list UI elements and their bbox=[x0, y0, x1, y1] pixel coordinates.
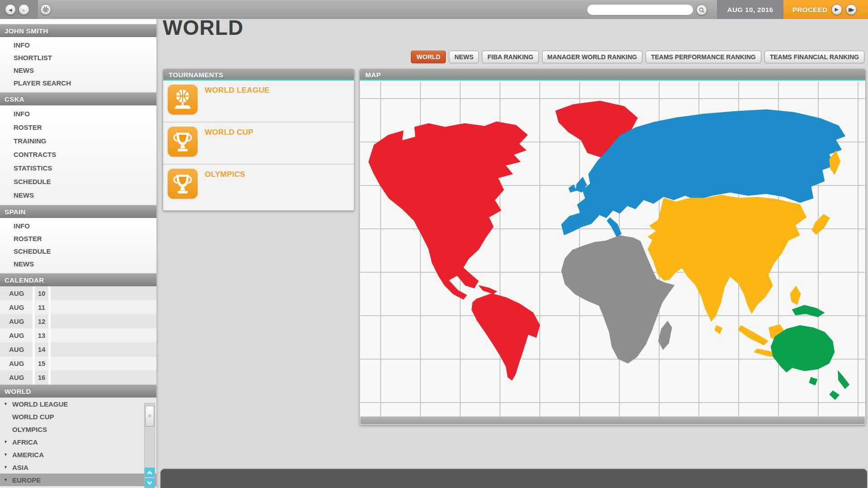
calendar-month: AUG bbox=[0, 370, 33, 384]
tree-item-label: OLYMPICS bbox=[12, 426, 47, 433]
search-input[interactable] bbox=[587, 4, 693, 15]
map-panel-header: MAP bbox=[360, 69, 865, 81]
proceed-button[interactable]: PROCEED ▶ ▶▶ bbox=[783, 0, 868, 19]
triangle-down-icon: ▼ bbox=[4, 465, 10, 469]
sidebar-item-cska-news[interactable]: NEWS bbox=[0, 189, 156, 202]
tree-item-europe[interactable]: ▼EUROPE bbox=[0, 474, 156, 486]
calendar-event-cell[interactable] bbox=[51, 314, 156, 328]
tree-item-world-league[interactable]: ▼WORLD LEAGUE bbox=[0, 398, 156, 410]
triangle-down-icon: ▼ bbox=[4, 440, 10, 444]
sidebar-item-cska-training[interactable]: TRAINING bbox=[0, 134, 156, 148]
region-oceania[interactable] bbox=[771, 305, 849, 400]
play-step-button[interactable]: ▶ bbox=[831, 4, 842, 15]
settings-button[interactable] bbox=[40, 4, 51, 15]
sidebar-section-list: INFOSHORTLISTNEWSPLAYER SEARCH bbox=[0, 37, 156, 92]
tab-news[interactable]: NEWS bbox=[449, 51, 479, 63]
date-display: AUG 10, 2016 bbox=[717, 0, 783, 19]
sidebar-item-spain-roster[interactable]: ROSTER bbox=[0, 232, 156, 245]
calendar-row-11[interactable]: AUG11 bbox=[0, 300, 156, 314]
calendar-event-cell[interactable] bbox=[51, 370, 156, 384]
calendar-row-16[interactable]: AUG16 bbox=[0, 370, 156, 384]
calendar-row-12[interactable]: AUG12 bbox=[0, 314, 156, 328]
scrollbar-thumb[interactable]: = bbox=[145, 406, 154, 426]
tournaments-panel: TOURNAMENTS WORLD LEAGUE WORLD CUP OLYMP… bbox=[163, 69, 354, 211]
top-bar: ◂ ▸ AUG 10, 2016 PROCEED ▶ ▶▶ bbox=[0, 0, 868, 19]
sidebar-header-world: WORLD bbox=[0, 384, 156, 398]
tree-item-america[interactable]: ▼AMERICA bbox=[0, 448, 156, 461]
tab-teams-performance-ranking[interactable]: TEAMS PERFORMANCE RANKING bbox=[646, 51, 761, 63]
scroll-down-button[interactable] bbox=[145, 478, 155, 488]
tree-item-label: AMERICA bbox=[12, 451, 44, 459]
tournament-row-world-league[interactable]: WORLD LEAGUE bbox=[163, 81, 354, 123]
page-title: WORLD bbox=[163, 15, 244, 40]
sidebar-item-spain-schedule[interactable]: SCHEDULE bbox=[0, 245, 156, 258]
sidebar-item-john-smith-shortlist[interactable]: SHORTLIST bbox=[0, 52, 156, 64]
calendar-event-cell[interactable] bbox=[51, 286, 156, 300]
search-icon bbox=[699, 7, 705, 13]
sidebar: JOHN SMITHINFOSHORTLISTNEWSPLAYER SEARCH… bbox=[0, 19, 156, 488]
calendar-day: 12 bbox=[35, 314, 48, 328]
calendar-event-cell[interactable] bbox=[51, 356, 156, 370]
sidebar-item-cska-contracts[interactable]: CONTRACTS bbox=[0, 148, 156, 161]
tab-fiba-ranking[interactable]: FIBA RANKING bbox=[482, 51, 538, 63]
play-icon: ▶ bbox=[835, 7, 839, 12]
tree-item-asia[interactable]: ▼ASIA bbox=[0, 461, 156, 474]
chevron-down-icon bbox=[147, 479, 152, 484]
tab-manager-world-ranking[interactable]: MANAGER WORLD RANKING bbox=[542, 51, 642, 63]
sidebar-item-john-smith-info[interactable]: INFO bbox=[0, 39, 156, 52]
search-button[interactable] bbox=[696, 5, 707, 15]
chevron-up-icon bbox=[147, 471, 152, 476]
forward-icon: ▸ bbox=[23, 7, 26, 13]
trophy-icon bbox=[168, 169, 198, 199]
tree-item-label: AFRICA bbox=[12, 438, 38, 446]
tree-item-africa[interactable]: ▼AFRICA bbox=[0, 436, 156, 448]
sidebar-item-john-smith-player-search[interactable]: PLAYER SEARCH bbox=[0, 77, 156, 90]
calendar-row-10[interactable]: AUG10 bbox=[0, 286, 156, 300]
triangle-down-icon: ▼ bbox=[4, 478, 10, 482]
fast-forward-button[interactable]: ▶▶ bbox=[846, 4, 857, 15]
tournament-row-olympics[interactable]: OLYMPICS bbox=[163, 165, 354, 207]
scroll-up-button[interactable] bbox=[145, 468, 155, 477]
sidebar-item-cska-info[interactable]: INFO bbox=[0, 107, 156, 121]
basketball-icon bbox=[168, 85, 198, 114]
tournaments-panel-header: TOURNAMENTS bbox=[163, 69, 354, 81]
tab-world[interactable]: WORLD bbox=[411, 51, 446, 63]
tree-item-label: WORLD CUP bbox=[12, 413, 54, 421]
calendar-row-13[interactable]: AUG13 bbox=[0, 328, 156, 342]
calendar-event-cell[interactable] bbox=[51, 300, 156, 314]
forward-button[interactable]: ▸ bbox=[19, 4, 29, 15]
trophy-icon bbox=[171, 172, 194, 195]
tab-bar: WORLDNEWSFIBA RANKINGMANAGER WORLD RANKI… bbox=[411, 51, 864, 63]
region-americas[interactable] bbox=[368, 101, 638, 381]
calendar-event-cell[interactable] bbox=[51, 342, 156, 356]
tournament-row-world-cup[interactable]: WORLD CUP bbox=[163, 123, 354, 165]
sidebar-item-cska-schedule[interactable]: SCHEDULE bbox=[0, 175, 156, 189]
calendar-month: AUG bbox=[0, 314, 33, 328]
back-button[interactable]: ◂ bbox=[5, 4, 16, 15]
sidebar-item-john-smith-news[interactable]: NEWS bbox=[0, 64, 156, 77]
triangle-down-icon: ▼ bbox=[4, 402, 10, 406]
sidebar-item-spain-info[interactable]: INFO bbox=[0, 220, 156, 232]
calendar-month: AUG bbox=[0, 300, 33, 314]
map-horizontal-scrollbar[interactable] bbox=[360, 417, 865, 424]
tab-teams-financial-ranking[interactable]: TEAMS FINANCIAL RANKING bbox=[764, 51, 864, 63]
calendar-day: 10 bbox=[35, 286, 48, 300]
calendar-row-14[interactable]: AUG14 bbox=[0, 342, 156, 356]
bottom-ticker-panel bbox=[160, 469, 867, 488]
calendar-day: 15 bbox=[35, 356, 48, 370]
sidebar-item-spain-news[interactable]: NEWS bbox=[0, 258, 156, 270]
calendar-day: 11 bbox=[35, 300, 48, 314]
sidebar-item-cska-statistics[interactable]: STATISTICS bbox=[0, 161, 156, 175]
sidebar-header-cska: CSKA bbox=[0, 92, 156, 105]
calendar-row-15[interactable]: AUG15 bbox=[0, 356, 156, 370]
calendar-event-cell[interactable] bbox=[51, 328, 156, 342]
scrollbar[interactable]: = bbox=[144, 403, 155, 488]
calendar-month: AUG bbox=[0, 342, 33, 356]
tree-item-world-cup[interactable]: WORLD CUP bbox=[0, 410, 156, 423]
tree-item-olympics[interactable]: OLYMPICS bbox=[0, 423, 156, 436]
world-map[interactable] bbox=[360, 82, 865, 417]
tournament-label: WORLD CUP bbox=[205, 128, 254, 137]
sidebar-item-cska-roster[interactable]: ROSTER bbox=[0, 121, 156, 134]
trophy-icon bbox=[171, 130, 194, 153]
gear-icon bbox=[42, 6, 49, 13]
